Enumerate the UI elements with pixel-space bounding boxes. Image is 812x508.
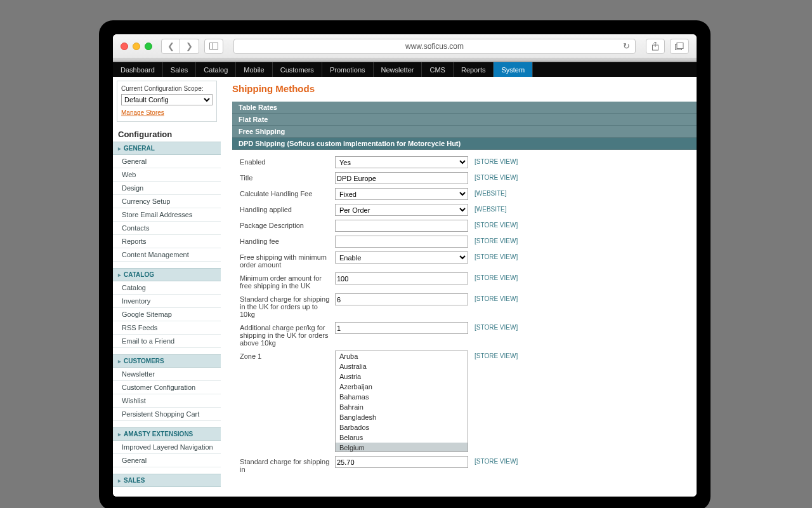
scope-tag: [STORE VIEW] xyxy=(475,351,518,359)
multiselect-option[interactable]: Bahamas xyxy=(336,392,468,402)
sidebar-item-reports[interactable]: Reports xyxy=(113,235,221,248)
topnav-mobile[interactable]: Mobile xyxy=(236,62,272,77)
topnav-reports[interactable]: Reports xyxy=(454,62,494,77)
top-nav: DashboardSalesCatalogMobileCustomersProm… xyxy=(113,62,697,77)
form-select[interactable]: Fixed xyxy=(335,188,468,200)
multiselect-option[interactable]: Barbados xyxy=(336,422,468,432)
page-title: Shipping Methods xyxy=(232,83,697,94)
sidebar-item-web[interactable]: Web xyxy=(113,168,221,182)
sidebar-item-email-to-a-friend[interactable]: Email to a Friend xyxy=(113,335,221,348)
close-window-icon[interactable] xyxy=(121,43,128,50)
accordion-free[interactable]: Free Shipping xyxy=(232,126,697,138)
sidebar-item-improved-layered-navigation[interactable]: Improved Layered Navigation xyxy=(113,441,221,454)
svg-rect-0 xyxy=(210,43,218,50)
topnav-catalog[interactable]: Catalog xyxy=(196,62,236,77)
svg-rect-5 xyxy=(677,43,683,48)
form-label: Standard charge for shipping in xyxy=(240,456,335,473)
topnav-promotions[interactable]: Promotions xyxy=(322,62,374,77)
form-input[interactable] xyxy=(335,220,468,232)
topnav-cms[interactable]: CMS xyxy=(422,62,453,77)
config-scope-box: Current Configuration Scope: Default Con… xyxy=(117,81,217,122)
scope-tag: [WEBSITE] xyxy=(475,188,507,197)
scope-label: Current Configuration Scope: xyxy=(121,85,213,92)
minimize-window-icon[interactable] xyxy=(133,43,140,50)
section-header-amasty-extensions[interactable]: AMASTY EXTENSIONS xyxy=(113,427,221,441)
maximize-window-icon[interactable] xyxy=(145,43,152,50)
multiselect-option[interactable]: Aruba xyxy=(336,351,468,361)
sidebar-item-design[interactable]: Design xyxy=(113,182,221,195)
section-header-sales[interactable]: SALES xyxy=(113,474,221,487)
sidebar-item-newsletter[interactable]: Newsletter xyxy=(113,368,221,381)
back-button[interactable]: ❮ xyxy=(161,39,180,54)
section-header-catalog[interactable]: CATALOG xyxy=(113,268,221,281)
sidebar-item-contacts[interactable]: Contacts xyxy=(113,222,221,235)
device-frame: ❮ ❯ www.soficus.com ↻ DashboardSales xyxy=(99,20,710,508)
topnav-newsletter[interactable]: Newsletter xyxy=(374,62,422,77)
scope-tag: [WEBSITE] xyxy=(475,204,507,213)
main-panel: Shipping Methods Table RatesFlat RateFre… xyxy=(221,77,697,497)
multiselect-option[interactable]: Bangladesh xyxy=(336,412,468,422)
accordion-table[interactable]: Table Rates xyxy=(232,102,697,114)
section-header-general[interactable]: GENERAL xyxy=(113,142,221,155)
form-input[interactable] xyxy=(335,272,468,284)
window-controls xyxy=(121,43,152,50)
sidebar-item-persistent-shopping-cart[interactable]: Persistent Shopping Cart xyxy=(113,408,221,421)
form-label: Package Description xyxy=(240,220,335,229)
sidebar-item-content-management[interactable]: Content Management xyxy=(113,248,221,262)
form-label: Free shipping with minimum order amount xyxy=(240,251,335,269)
forward-button[interactable]: ❯ xyxy=(180,39,199,54)
scope-tag: [STORE VIEW] xyxy=(475,251,518,260)
accordion-dpd[interactable]: DPD Shipping (Soficus custom implementat… xyxy=(232,138,697,150)
tabs-button[interactable] xyxy=(670,39,689,54)
topnav-sales[interactable]: Sales xyxy=(163,62,197,77)
browser-window: ❮ ❯ www.soficus.com ↻ DashboardSales xyxy=(113,34,697,497)
sidebar-item-google-sitemap[interactable]: Google Sitemap xyxy=(113,308,221,321)
topnav-customers[interactable]: Customers xyxy=(273,62,322,77)
form-input[interactable] xyxy=(335,172,468,184)
sidebar-item-customer-configuration[interactable]: Customer Configuration xyxy=(113,381,221,394)
sidebar-item-inventory[interactable]: Inventory xyxy=(113,295,221,308)
form-label: Enabled xyxy=(240,156,335,166)
multiselect-option[interactable]: Belarus xyxy=(336,432,468,443)
multiselect-option[interactable]: Belgium xyxy=(336,443,468,452)
url-bar[interactable]: www.soficus.com ↻ xyxy=(233,39,636,54)
manage-stores-link[interactable]: Manage Stores xyxy=(121,109,164,116)
sidebar-toggle-button[interactable] xyxy=(204,39,223,54)
sidebar-item-rss-feeds[interactable]: RSS Feeds xyxy=(113,321,221,335)
form-input[interactable] xyxy=(335,456,468,468)
multiselect-option[interactable]: Australia xyxy=(336,361,468,371)
sidebar-item-general[interactable]: General xyxy=(113,454,221,467)
form-input[interactable] xyxy=(335,322,468,334)
share-button[interactable] xyxy=(646,39,665,54)
sidebar-item-currency-setup[interactable]: Currency Setup xyxy=(113,195,221,208)
form-label: Title xyxy=(240,172,335,182)
section-header-customers[interactable]: CUSTOMERS xyxy=(113,354,221,368)
reload-icon[interactable]: ↻ xyxy=(623,41,630,51)
app-content: DashboardSalesCatalogMobileCustomersProm… xyxy=(113,58,697,497)
topnav-system[interactable]: System xyxy=(494,62,533,77)
config-heading: Configuration xyxy=(113,126,221,142)
sidebar-item-wishlist[interactable]: Wishlist xyxy=(113,394,221,408)
multiselect-option[interactable]: Bahrain xyxy=(336,402,468,412)
form-select[interactable]: Yes xyxy=(335,156,468,168)
form-input[interactable] xyxy=(335,293,468,305)
scope-tag: [STORE VIEW] xyxy=(475,220,518,229)
sidebar-item-store-email-addresses[interactable]: Store Email Addresses xyxy=(113,208,221,222)
form-select[interactable]: Enable xyxy=(335,251,468,264)
scope-select[interactable]: Default Config xyxy=(121,94,213,105)
sidebar-item-general[interactable]: General xyxy=(113,155,221,168)
topnav-dashboard[interactable]: Dashboard xyxy=(113,62,163,77)
sidebar: Current Configuration Scope: Default Con… xyxy=(113,77,221,497)
form-label: Calculate Handling Fee xyxy=(240,188,335,197)
accordion-flat[interactable]: Flat Rate xyxy=(232,114,697,126)
multiselect-option[interactable]: Azerbaijan xyxy=(336,382,468,392)
scope-tag: [STORE VIEW] xyxy=(475,172,518,181)
form-label: Handling fee xyxy=(240,236,335,245)
zone-multiselect[interactable]: ArubaAustraliaAustriaAzerbaijanBahamasBa… xyxy=(335,351,468,452)
form-input[interactable] xyxy=(335,236,468,248)
sidebar-item-catalog[interactable]: Catalog xyxy=(113,281,221,295)
form-label: Zone 1 xyxy=(240,351,335,360)
form-select[interactable]: Per Order xyxy=(335,204,468,216)
multiselect-option[interactable]: Austria xyxy=(336,371,468,382)
scope-tag: [STORE VIEW] xyxy=(475,322,518,331)
